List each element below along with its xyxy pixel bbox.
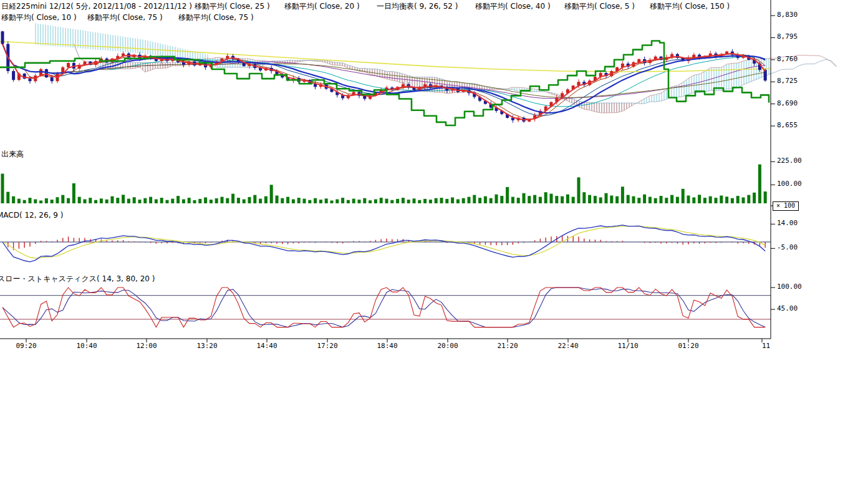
volume-bar <box>237 198 240 203</box>
volume-bar <box>572 197 575 203</box>
volume-bar <box>418 200 421 203</box>
trading-chart-window: 8,8308,7958,7608,7258,6908,655225.00100.… <box>0 0 868 479</box>
volume-bar <box>588 195 591 203</box>
volume-multiplier-badge: × 100 <box>773 201 799 211</box>
volume-bar <box>599 198 602 204</box>
volume-bar <box>84 200 87 204</box>
volume-bar <box>182 200 185 204</box>
volume-bar <box>45 198 48 203</box>
x-axis-label: 11 <box>762 342 770 350</box>
volume-bar <box>264 196 268 203</box>
volume-bar <box>550 194 553 203</box>
volume-bar <box>665 198 668 203</box>
volume-bar <box>632 196 635 203</box>
volume-bar <box>561 196 564 203</box>
volume-bar <box>231 194 234 203</box>
volume-bar <box>500 196 503 203</box>
volume-bar <box>660 196 663 203</box>
ma5-line <box>2 44 765 120</box>
volume-bar <box>297 198 301 203</box>
volume-bar <box>478 198 481 203</box>
stoch-k-line <box>2 288 765 327</box>
volume-bar <box>319 200 322 203</box>
volume-bar <box>643 195 646 203</box>
volume-bar <box>468 197 471 203</box>
volume-bar <box>39 201 42 204</box>
volume-bar <box>692 198 695 204</box>
y-axis-label: 8,690 <box>777 100 798 107</box>
volume-bar <box>226 198 229 203</box>
volume-bar <box>198 199 201 203</box>
volume-bar <box>396 199 399 203</box>
volume-bar <box>105 200 109 203</box>
volume-bar <box>221 197 224 203</box>
volume-bar <box>385 199 388 203</box>
x-axis-label: 01:20 <box>678 342 698 350</box>
volume-bar <box>605 193 608 203</box>
indicator-legend-item: 移動平均( Close, 10 ) <box>1 13 77 22</box>
volume-bar <box>193 200 196 203</box>
x-axis-label: 20:00 <box>437 342 458 350</box>
volume-bar <box>511 197 514 203</box>
volume-bar <box>253 195 256 203</box>
volume-bar <box>111 196 114 203</box>
y-axis-label: 100.00 <box>777 180 802 188</box>
candle-body <box>29 79 32 81</box>
volume-bar <box>143 198 147 203</box>
volume-bar <box>188 198 191 203</box>
volume-bar <box>423 199 427 203</box>
volume-bar <box>682 189 685 203</box>
volume-bar <box>1 174 4 204</box>
volume-bar <box>116 198 119 203</box>
volume-bar <box>440 198 443 203</box>
x-axis-label: 21:20 <box>497 342 518 350</box>
volume-bar <box>160 198 163 203</box>
volume-bar <box>166 200 169 203</box>
volume-bar <box>594 196 597 203</box>
volume-bar <box>204 198 207 204</box>
volume-bar <box>292 200 295 204</box>
volume-panel-title: 出来高 <box>1 150 24 158</box>
candle-body <box>764 70 767 80</box>
volume-bar <box>523 193 526 203</box>
indicator-legend-item: 移動平均( Close, 75 ) <box>178 13 254 22</box>
x-axis-label: 09:20 <box>16 342 36 350</box>
volume-bar <box>308 200 311 203</box>
volume-bar <box>715 198 718 203</box>
volume-bar <box>731 198 734 203</box>
volume-bar <box>742 198 745 204</box>
volume-bar <box>314 198 317 203</box>
volume-bar <box>270 185 273 203</box>
volume-bar <box>94 200 97 203</box>
volume-bar <box>736 196 740 203</box>
volume-bar <box>484 196 487 203</box>
volume-bar <box>725 196 728 203</box>
candle-body <box>51 77 54 81</box>
indicator-legend-item: 一目均衡表( 9, 26, 52 ) <box>377 2 458 11</box>
ichimoku-lagging-line <box>0 41 769 126</box>
volume-bar <box>390 200 393 203</box>
indicator-legend-item: 移動平均( Close, 150 ) <box>650 2 730 11</box>
volume-bar <box>495 195 498 203</box>
moving-average-line <box>2 44 765 120</box>
volume-bar <box>621 186 624 203</box>
volume-bar <box>506 187 509 203</box>
volume-bar <box>720 196 723 204</box>
volume-bar <box>155 200 158 204</box>
volume-bar <box>489 198 493 203</box>
y-axis-label: -5.00 <box>777 244 798 251</box>
volume-bar <box>413 198 416 203</box>
indicator-legend-item: 移動平均( Close, 75 ) <box>87 13 163 22</box>
volume-bar <box>615 196 619 203</box>
volume-bar <box>6 192 9 203</box>
volume-bar <box>176 196 180 203</box>
volume-bar <box>374 200 377 204</box>
volume-bar <box>764 191 767 203</box>
volume-bar <box>544 192 547 203</box>
volume-bar <box>528 196 531 203</box>
volume-bar <box>138 200 142 203</box>
volume-bar <box>325 198 328 203</box>
y-axis-label: 100.00 <box>777 283 802 291</box>
chart-canvas[interactable] <box>0 0 868 356</box>
volume-bar <box>335 200 339 204</box>
